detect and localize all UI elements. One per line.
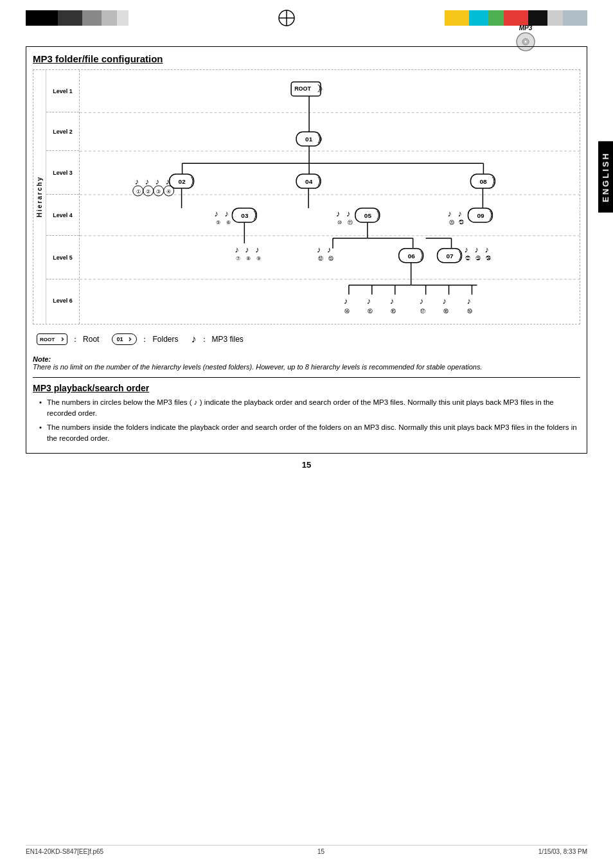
- svg-text:㉔: ㉔: [486, 256, 491, 261]
- level1-label: Level 1: [46, 70, 79, 112]
- bullet-1: The numbers in circles below the MP3 fil…: [39, 397, 580, 420]
- svg-text:08: 08: [479, 178, 487, 185]
- svg-text:♪: ♪: [255, 245, 259, 254]
- svg-text:⑤: ⑤: [216, 220, 220, 226]
- svg-text:♪: ♪: [466, 296, 470, 306]
- svg-text:♪: ♪: [145, 177, 149, 186]
- legend: ROOT ： Root 01 ：: [33, 330, 580, 349]
- level2-label: Level 2: [46, 112, 79, 151]
- svg-text:♪: ♪: [390, 296, 394, 306]
- legend-root: ROOT ： Root: [37, 333, 99, 345]
- svg-point-5: [524, 40, 527, 43]
- svg-text:⑱: ⑱: [443, 308, 449, 314]
- svg-text:⑬: ⑬: [328, 256, 333, 261]
- svg-text:♪: ♪: [346, 209, 350, 218]
- note-text: There is no limit on the number of the h…: [33, 363, 580, 371]
- svg-text:♪: ♪: [235, 245, 238, 254]
- svg-text:♪: ♪: [344, 296, 348, 306]
- svg-text:05: 05: [364, 212, 372, 219]
- level-labels-column: Level 1 Level 2 Level 3 Level 4 Level 5 …: [46, 70, 80, 324]
- svg-text:♪: ♪: [448, 209, 452, 218]
- svg-text:②: ②: [146, 189, 150, 195]
- legend-file: ♪ ： MP3 files: [191, 333, 244, 345]
- right-color-bars: [445, 10, 587, 26]
- legend-root-icon: ROOT: [37, 333, 67, 345]
- svg-text:♪: ♪: [420, 296, 423, 306]
- deco-bar: [82, 10, 102, 26]
- svg-text:⑨: ⑨: [256, 256, 261, 261]
- svg-text:㉑: ㉑: [459, 220, 464, 226]
- svg-text:⑭: ⑭: [344, 308, 350, 314]
- note-title: Note:: [33, 355, 51, 363]
- tree-diagram-svg-area: ROOT 01: [80, 70, 580, 324]
- svg-text:♪: ♪: [135, 177, 139, 186]
- svg-text:♪: ♪: [327, 245, 331, 254]
- deco-bar: [563, 10, 587, 26]
- svg-text:♪: ♪: [214, 209, 218, 218]
- svg-text:♪: ♪: [464, 245, 468, 254]
- svg-text:♪: ♪: [474, 245, 478, 254]
- svg-text:07: 07: [447, 252, 454, 260]
- svg-text:⑧: ⑧: [246, 256, 251, 261]
- svg-text:♪: ♪: [336, 209, 340, 218]
- svg-text:06: 06: [408, 252, 416, 260]
- hierarchy-vertical-label: Hierarchy: [33, 70, 46, 324]
- legend-folder-icon: 01: [112, 333, 137, 345]
- tree-diagram-svg: ROOT 01: [80, 70, 580, 322]
- svg-text:⑫: ⑫: [318, 256, 323, 261]
- svg-text:02: 02: [179, 178, 186, 185]
- svg-text:♪: ♪: [224, 209, 228, 218]
- diagram-title: MP3 folder/file configuration: [33, 53, 580, 64]
- svg-text:♪: ♪: [367, 296, 371, 306]
- deco-bar: [528, 10, 547, 26]
- footer-left: EN14-20KD-S847[EE]f.p65: [26, 848, 103, 855]
- svg-text:⑰: ⑰: [420, 308, 425, 314]
- legend-file-icon: ♪: [191, 333, 197, 345]
- svg-text:⑦: ⑦: [236, 256, 240, 261]
- footer: EN14-20KD-S847[EE]f.p65 15 1/15/03, 8:33…: [26, 845, 587, 855]
- deco-bar: [547, 10, 563, 26]
- deco-bar: [102, 10, 117, 26]
- svg-text:⑥: ⑥: [226, 220, 231, 226]
- footer-right: 1/15/03, 8:33 PM: [538, 848, 587, 855]
- note-section: Note: There is no limit on the number of…: [33, 355, 580, 371]
- svg-text:⑮: ⑮: [368, 308, 373, 314]
- level6-label: Level 6: [46, 279, 79, 322]
- svg-text:⑩: ⑩: [337, 220, 342, 226]
- svg-text:①: ①: [136, 189, 141, 195]
- page-number: 15: [26, 460, 587, 470]
- hierarchy-diagram: Hierarchy Level 1 Level 2 Level 3 Level …: [33, 69, 580, 324]
- crosshair-area: [129, 9, 445, 27]
- deco-bar: [58, 10, 82, 26]
- svg-text:04: 04: [305, 178, 313, 185]
- deco-bar: [445, 10, 469, 26]
- legend-folder-wifi-icon: [123, 335, 132, 344]
- bullet-2: The numbers inside the folders indicate …: [39, 422, 580, 445]
- svg-text:♪: ♪: [484, 245, 488, 254]
- diagram-box: MP3 folder/file configuration Hierarchy …: [26, 46, 587, 454]
- deco-bar: [469, 10, 488, 26]
- svg-text:㉓: ㉓: [475, 256, 481, 261]
- playback-bullets: The numbers in circles below the MP3 fil…: [33, 397, 580, 444]
- legend-root-text: Root: [83, 335, 99, 344]
- footer-center: 15: [317, 848, 324, 855]
- level4-label: Level 4: [46, 195, 79, 236]
- legend-folder-text: Folders: [152, 335, 178, 344]
- svg-text:⑯: ⑯: [391, 308, 396, 314]
- crosshair-icon: [278, 9, 296, 27]
- legend-file-text: MP3 files: [212, 335, 244, 344]
- svg-text:④: ④: [166, 189, 171, 195]
- svg-text:♪: ♪: [458, 209, 461, 218]
- english-sidebar-tab: ENGLISH: [598, 141, 613, 213]
- svg-text:⑪: ⑪: [348, 220, 353, 226]
- svg-text:㉒: ㉒: [465, 256, 470, 261]
- svg-text:ROOT: ROOT: [294, 85, 311, 92]
- svg-text:♪: ♪: [245, 245, 249, 254]
- level3-label: Level 3: [46, 151, 79, 195]
- svg-text:01: 01: [305, 136, 313, 143]
- svg-text:♪: ♪: [155, 177, 159, 186]
- page-content: MP3 folder/file configuration Hierarchy …: [26, 46, 587, 470]
- svg-text:03: 03: [241, 212, 249, 219]
- deco-bar: [488, 10, 504, 26]
- level5-label: Level 5: [46, 236, 79, 279]
